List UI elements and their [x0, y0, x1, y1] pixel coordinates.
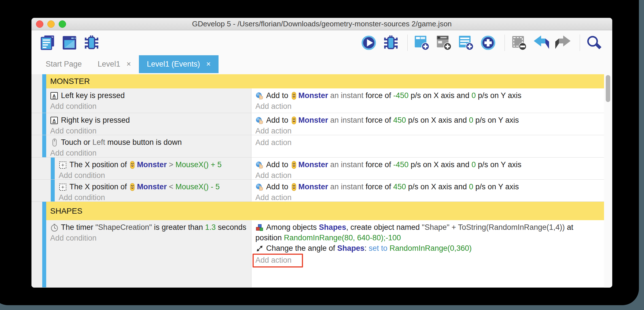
- add-action-link[interactable]: Add action: [255, 126, 601, 136]
- instruction[interactable]: Add to Monster an instant force of -450 …: [255, 90, 601, 101]
- group-header-row[interactable]: MONSTER: [31, 74, 604, 88]
- object-name: Monster: [298, 91, 328, 100]
- events-sheet-button[interactable]: [39, 34, 58, 51]
- actions-cell[interactable]: Add to Monster an instant force of -450 …: [251, 88, 604, 113]
- add-plus-button[interactable]: [480, 34, 499, 51]
- instruction[interactable]: Touch or Left mouse button is down: [50, 137, 248, 148]
- object-name: Shapes: [337, 244, 365, 252]
- tab-label: Level1 (Events): [147, 60, 200, 69]
- object-name: Shapes: [319, 223, 346, 232]
- add-condition-link[interactable]: Add condition: [59, 170, 248, 181]
- tab-level1-events[interactable]: Level1 (Events) ×: [139, 55, 219, 73]
- conditions-cell[interactable]: ARight key is pressedAdd condition: [46, 113, 251, 135]
- instruction-text: mouse button is down: [107, 138, 182, 146]
- scrollbar-thumb[interactable]: [606, 75, 610, 102]
- instruction[interactable]: ALeft key is pressed: [50, 90, 248, 101]
- debug-bug-button[interactable]: [382, 34, 402, 51]
- titlebar[interactable]: GDevelop 5 - /Users/florian/Downloads/ge…: [31, 18, 612, 30]
- instruction[interactable]: The timer "ShapeCreation" is greater tha…: [50, 222, 248, 233]
- add-event-button[interactable]: [413, 34, 433, 51]
- event-row[interactable]: The X position of Monster > MouseX() + 5…: [31, 158, 604, 180]
- actions-cell[interactable]: Among objects Shapes, create object name…: [251, 220, 604, 287]
- event-row[interactable]: The X position of Monster < MouseX() - 5…: [31, 180, 604, 202]
- svg-text:A: A: [53, 118, 56, 123]
- instruction[interactable]: Change the angle of Shapes: set to Rando…: [255, 243, 601, 254]
- add-action-link[interactable]: Add action: [255, 256, 292, 264]
- group-header-row[interactable]: SHAPES: [31, 202, 604, 220]
- instruction-text: MouseX() + 5: [175, 160, 222, 169]
- instruction-text: 0: [471, 91, 476, 100]
- add-condition-link[interactable]: Add condition: [50, 101, 248, 112]
- undo-button[interactable]: [533, 34, 552, 51]
- add-condition-link[interactable]: Add condition: [50, 148, 248, 158]
- instruction[interactable]: The X position of Monster < MouseX() - 5: [59, 182, 248, 192]
- add-condition-link[interactable]: Add condition: [50, 126, 248, 136]
- add-action-link[interactable]: Add action: [255, 137, 601, 148]
- instruction-text: Right key is pressed: [61, 116, 130, 124]
- instruction-text: RandomInRange(80, 640-80);-100: [284, 233, 401, 242]
- event-accent-bar: [42, 202, 46, 220]
- instruction-text: Change the angle of: [266, 244, 337, 252]
- instruction[interactable]: The X position of Monster > MouseX() + 5: [59, 160, 248, 170]
- tab-level1[interactable]: Level1 ×: [90, 55, 139, 73]
- add-action-link[interactable]: Add action: [255, 101, 601, 112]
- instruction[interactable]: Add to Monster an instant force of 450 p…: [255, 182, 601, 192]
- scene-window-button[interactable]: [61, 34, 80, 51]
- actions-cell[interactable]: Add to Monster an instant force of 450 p…: [251, 180, 604, 201]
- instruction-text: p/s on Y axis: [476, 160, 521, 169]
- instruction-text: Among objects: [266, 223, 319, 232]
- instruction[interactable]: Add to Monster an instant force of -450 …: [255, 160, 601, 170]
- minimize-button[interactable]: [47, 20, 55, 28]
- instruction-text: an instant: [328, 160, 366, 169]
- event-gutter: [31, 135, 42, 157]
- event-row[interactable]: Touch or Left mouse button is downAdd co…: [31, 135, 604, 158]
- event-gutter: [31, 74, 42, 88]
- tab-close-icon[interactable]: ×: [126, 60, 131, 69]
- monster-icon: [291, 183, 297, 191]
- keyboard-icon: A: [50, 116, 59, 125]
- event-gutter: [31, 113, 42, 135]
- debug-bug-button[interactable]: [83, 34, 102, 51]
- zoom-button[interactable]: [59, 20, 66, 28]
- instruction-text: "ShapeCreation": [96, 223, 152, 232]
- actions-cell[interactable]: Add to Monster an instant force of -450 …: [251, 158, 604, 179]
- conditions-cell[interactable]: Touch or Left mouse button is downAdd co…: [46, 135, 251, 157]
- add-subevent-button[interactable]: [457, 34, 477, 51]
- actions-cell[interactable]: Add action: [251, 135, 604, 157]
- instruction-text: p/s on X axis and: [406, 182, 469, 191]
- play-button[interactable]: [360, 34, 380, 51]
- add-condition-link[interactable]: Add condition: [59, 192, 248, 203]
- event-accent-bar: [42, 220, 46, 287]
- add-action-link[interactable]: Add action: [255, 170, 601, 181]
- instruction[interactable]: Among objects Shapes, create object name…: [255, 222, 601, 243]
- instruction[interactable]: ARight key is pressed: [50, 115, 248, 126]
- delete-event-button[interactable]: [510, 34, 530, 51]
- event-row[interactable]: ARight key is pressedAdd conditionAdd to…: [31, 113, 604, 135]
- instruction-text: seconds: [216, 223, 246, 232]
- add-action-link[interactable]: Add action: [255, 192, 601, 203]
- tab-close-icon[interactable]: ×: [206, 60, 211, 69]
- conditions-cell[interactable]: The X position of Monster > MouseX() + 5…: [55, 158, 251, 179]
- conditions-cell[interactable]: ALeft key is pressedAdd condition: [46, 88, 251, 113]
- actions-cell[interactable]: Add to Monster an instant force of 450 p…: [251, 113, 604, 135]
- instruction-text: Add to: [266, 116, 291, 124]
- event-row[interactable]: ALeft key is pressedAdd conditionAdd to …: [31, 88, 604, 113]
- monster-icon: [291, 92, 297, 100]
- instruction-text: an instant: [328, 182, 366, 191]
- add-condition-link[interactable]: Add condition: [50, 233, 248, 243]
- instruction-text: an instant: [328, 91, 366, 100]
- add-comment-button[interactable]: [435, 34, 455, 51]
- instruction[interactable]: Add to Monster an instant force of 450 p…: [255, 115, 601, 126]
- conditions-cell[interactable]: The timer "ShapeCreation" is greater tha…: [46, 220, 251, 287]
- redo-button[interactable]: [555, 34, 574, 51]
- instruction-text: The X position of: [69, 160, 129, 169]
- tab-start-page[interactable]: Start Page: [38, 55, 90, 73]
- toolbar-left-group: [39, 34, 102, 51]
- event-row[interactable]: The timer "ShapeCreation" is greater tha…: [31, 220, 604, 288]
- close-button[interactable]: [36, 20, 43, 28]
- conditions-cell[interactable]: The X position of Monster < MouseX() - 5…: [55, 180, 251, 201]
- tab-label: Level1: [98, 60, 120, 69]
- instruction-text: is greater than: [152, 223, 205, 232]
- search-button[interactable]: [586, 34, 605, 51]
- keyboard-icon: A: [50, 92, 59, 100]
